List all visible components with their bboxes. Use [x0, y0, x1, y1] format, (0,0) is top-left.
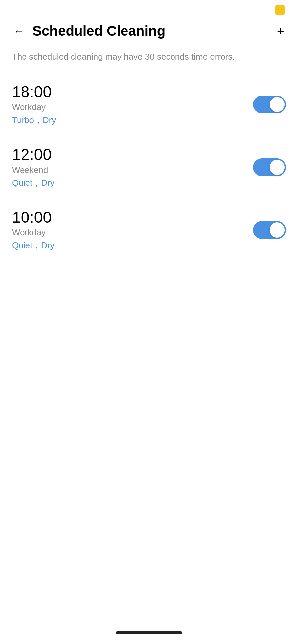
toggle-2[interactable]	[253, 221, 286, 239]
schedule-info-1: 12:00 Weekend Quiet，Dry	[12, 146, 246, 189]
toggle-1[interactable]	[253, 158, 286, 176]
page-title: Scheduled Cleaning	[32, 23, 276, 39]
toggle-container-2[interactable]	[253, 221, 286, 239]
add-icon: +	[277, 24, 285, 38]
schedule-list: 18:00 Workday Turbo，Dry 12:00 Weekend Qu…	[0, 73, 298, 261]
toggle-thumb-2	[270, 222, 285, 238]
schedule-tags-0: Turbo，Dry	[12, 114, 246, 126]
status-bar	[0, 0, 298, 20]
header: ← Scheduled Cleaning +	[0, 20, 298, 47]
schedule-day-1: Weekend	[12, 165, 246, 175]
schedule-time-2: 10:00	[12, 209, 246, 226]
toggle-thumb-1	[270, 160, 285, 175]
back-arrow-icon: ←	[13, 25, 25, 37]
schedule-time-1: 12:00	[12, 146, 246, 164]
schedule-info-2: 10:00 Workday Quiet，Dry	[12, 209, 246, 252]
schedule-time-0: 18:00	[12, 83, 246, 101]
back-button[interactable]: ←	[12, 24, 26, 38]
home-indicator	[116, 631, 182, 634]
schedule-tags-2: Quiet，Dry	[12, 240, 246, 251]
toggle-container-0[interactable]	[253, 96, 286, 113]
schedule-tags-1: Quiet，Dry	[12, 177, 246, 189]
schedule-info-0: 18:00 Workday Turbo，Dry	[12, 83, 246, 126]
schedule-item[interactable]: 10:00 Workday Quiet，Dry	[12, 199, 286, 262]
notice-text: The scheduled cleaning may have 30 secon…	[0, 47, 298, 73]
schedule-day-2: Workday	[12, 227, 246, 238]
schedule-item[interactable]: 18:00 Workday Turbo，Dry	[12, 73, 286, 136]
schedule-day-0: Workday	[12, 102, 246, 112]
add-button[interactable]: +	[276, 23, 286, 39]
status-indicator	[275, 5, 285, 15]
schedule-item[interactable]: 12:00 Weekend Quiet，Dry	[12, 136, 286, 199]
toggle-0[interactable]	[253, 96, 286, 113]
toggle-container-1[interactable]	[253, 158, 286, 176]
